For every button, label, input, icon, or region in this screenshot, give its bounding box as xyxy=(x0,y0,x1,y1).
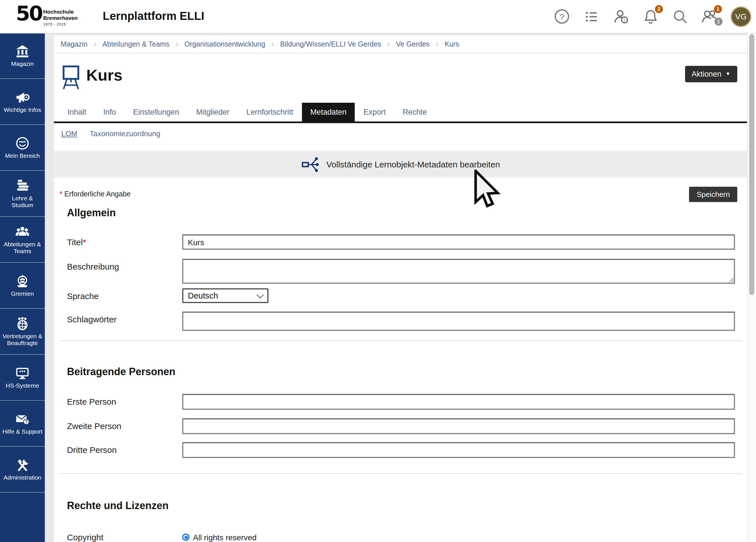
copyright-radio-label: All rights reserved xyxy=(193,533,257,542)
titel-label: Titel* xyxy=(67,234,182,250)
banner-label: Vollständige Lernobjekt-Metadaten bearbe… xyxy=(326,159,500,169)
breadcrumb-separator: › xyxy=(272,40,274,48)
sidebar-item-magazin[interactable]: Magazin xyxy=(0,33,45,79)
breadcrumb-item[interactable]: Abteilungen & Teams xyxy=(102,40,169,48)
copyright-radio-selected[interactable] xyxy=(182,533,190,541)
svg-text:!: ! xyxy=(623,17,625,23)
sidebar-item-hilfe-support[interactable]: ? Hilfe & Support xyxy=(0,401,45,447)
tab-bar: Inhalt Info Einstellungen Mitglieder Ler… xyxy=(54,103,747,123)
schlagwoerter-input[interactable] xyxy=(182,312,735,331)
sidebar-item-gremien[interactable]: Gremien xyxy=(0,263,45,309)
bank-icon xyxy=(15,44,30,58)
contacts-badge-new: 1 xyxy=(714,5,722,13)
breadcrumb-item[interactable]: Magazin xyxy=(61,40,88,48)
megaphone-icon xyxy=(15,90,30,104)
breadcrumb-separator: › xyxy=(387,40,390,48)
beschreibung-label: Beschreibung xyxy=(67,259,182,286)
breadcrumb-separator: › xyxy=(176,40,178,48)
breadcrumb-item[interactable]: Bildung/Wissen/ELLI Ve Gerdes xyxy=(280,40,381,48)
required-note: * Erforderliche Angabe xyxy=(60,190,131,198)
copyright-label: Copyright xyxy=(67,532,182,542)
tab-mitglieder[interactable]: Mitglieder xyxy=(188,103,238,121)
logo-line2: Bremerhaven xyxy=(43,15,77,21)
contacts-button[interactable]: 1 1 xyxy=(701,8,718,25)
subtab-taxonomiezuordnung[interactable]: Taxonomiezuordnung xyxy=(90,129,160,138)
sidebar-item-mein-bereich[interactable]: Mein Bereich xyxy=(0,125,45,171)
required-asterisk: * xyxy=(83,237,86,247)
save-button[interactable]: Speichern xyxy=(689,187,737,202)
people-group-icon xyxy=(15,225,30,239)
mail-help-icon: ? xyxy=(15,412,30,426)
sprache-selected-value: Deutsch xyxy=(188,291,218,300)
section-divider xyxy=(60,473,742,474)
tab-inhalt[interactable]: Inhalt xyxy=(59,103,95,121)
university-logo[interactable]: 50 Hochschule Bremerhaven 1975 - 2025 xyxy=(16,3,78,26)
logo-line1: Hochschule xyxy=(43,9,77,15)
contacts-badge-count: 1 xyxy=(715,18,723,26)
zweite-person-label: Zweite Person xyxy=(67,418,182,434)
titel-input[interactable] xyxy=(182,234,735,250)
tab-info[interactable]: Info xyxy=(95,103,125,121)
tab-lernfortschritt[interactable]: Lernfortschritt xyxy=(238,103,302,121)
erste-person-label: Erste Person xyxy=(67,394,182,410)
sprache-select[interactable]: Deutsch xyxy=(182,288,268,303)
breadcrumb-item[interactable]: Kurs xyxy=(445,40,459,48)
zweite-person-input[interactable] xyxy=(182,418,735,434)
sidebar-item-hs-systeme[interactable]: HS-Systeme xyxy=(0,355,45,401)
fork-metadata-icon xyxy=(301,155,320,173)
logo-50: 50 xyxy=(16,3,42,24)
tab-einstellungen[interactable]: Einstellungen xyxy=(125,103,188,121)
sidebar-item-vertretungen[interactable]: Vertretungen & Beauftragte xyxy=(0,309,45,355)
beschreibung-textarea[interactable] xyxy=(182,259,735,284)
main-sidebar: Magazin Wichtige Infos Mein Bereich xyxy=(0,33,45,542)
metabar-list-button[interactable] xyxy=(583,8,600,25)
actions-button[interactable]: Aktionen ▼ xyxy=(685,66,737,82)
globe-people-icon xyxy=(15,317,30,331)
search-button[interactable] xyxy=(671,8,688,25)
breadcrumb-item[interactable]: Organisationsentwicklung xyxy=(184,40,265,48)
dritte-person-label: Dritte Person xyxy=(67,442,182,458)
monitor-icon xyxy=(15,366,30,380)
notifications-badge: 2 xyxy=(655,5,663,13)
breadcrumb: Magazin › Abteilungen & Teams › Organisa… xyxy=(54,35,747,53)
mouse-cursor xyxy=(474,170,503,211)
tools-icon xyxy=(15,458,30,472)
sidebar-item-lehre-studium[interactable]: Abteilungen & Teams Lehre & Studium xyxy=(0,171,45,217)
svg-text:?: ? xyxy=(25,419,28,425)
breadcrumb-separator: › xyxy=(94,40,96,48)
dritte-person-input[interactable] xyxy=(182,442,735,458)
tab-export[interactable]: Export xyxy=(355,103,394,121)
tab-rechte[interactable]: Rechte xyxy=(394,103,436,121)
page-title: Kurs xyxy=(86,66,123,85)
scrollbar-thumb[interactable] xyxy=(749,34,754,295)
sidebar-item-wichtige-infos[interactable]: Wichtige Infos xyxy=(0,79,45,125)
notifications-button[interactable]: 2 xyxy=(642,8,659,25)
sprache-label: Sprache xyxy=(67,288,182,303)
committee-icon xyxy=(15,274,30,288)
sidebar-item-abteilungen-teams[interactable]: Abteilungen & Teams xyxy=(0,217,45,263)
pending-requests-button[interactable]: ! xyxy=(612,8,629,25)
content-area: Magazin › Abteilungen & Teams › Organisa… xyxy=(45,33,756,542)
sidebar-item-administration[interactable]: Administration xyxy=(0,447,45,493)
svg-text:?: ? xyxy=(560,12,564,22)
edit-full-metadata-banner[interactable]: Vollständige Lernobjekt-Metadaten bearbe… xyxy=(54,151,747,178)
section-heading-rechte: Rechte und Lizenzen xyxy=(67,500,747,512)
required-asterisk: * xyxy=(60,190,62,198)
course-icon xyxy=(60,64,82,90)
section-divider xyxy=(60,341,742,341)
user-alert-icon: ! xyxy=(613,8,629,25)
section-heading-allgemein: Allgemein xyxy=(67,207,747,219)
search-icon xyxy=(672,8,688,25)
breadcrumb-item[interactable]: Ve Gerdes xyxy=(396,40,430,48)
erste-person-input[interactable] xyxy=(182,394,735,410)
tab-metadaten[interactable]: Metadaten xyxy=(302,103,355,121)
help-icon: ? xyxy=(554,9,570,24)
help-button[interactable]: ? xyxy=(553,8,570,25)
logo-years: 1975 - 2025 xyxy=(43,22,77,26)
schlagwoerter-label: Schlagwörter xyxy=(67,312,182,331)
vertical-scrollbar[interactable] xyxy=(747,33,756,542)
avatar[interactable]: VG xyxy=(730,6,751,27)
subtab-lom[interactable]: LOM xyxy=(61,129,77,138)
chevron-down-icon xyxy=(257,291,264,298)
chevron-down-icon: ▼ xyxy=(725,72,730,77)
